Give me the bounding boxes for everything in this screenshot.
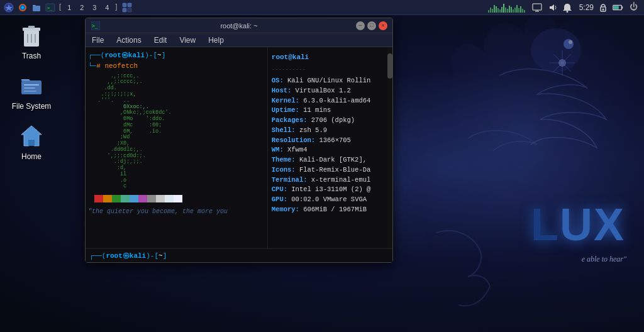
filesystem-label: File System [12, 102, 52, 111]
svg-point-11 [21, 6, 24, 9]
svg-line-6 [553, 54, 571, 72]
svg-rect-16 [128, 3, 131, 7]
filemanager-icon[interactable] [30, 1, 43, 14]
sysinfo-gpu: GPU: 00:02.0 VMware SVGA [272, 195, 389, 205]
sysinfo-icons: Icons: Flat-Remix-Blue-Da [272, 165, 389, 175]
window-maximize-button[interactable]: □ [367, 21, 376, 30]
svg-line-5 [553, 54, 571, 72]
sysinfo-host: Host: VirtualBox 1.2 [272, 86, 389, 96]
svg-rect-15 [123, 3, 126, 7]
svg-point-0 [531, 28, 581, 72]
terminal-taskbar-icon[interactable]: >_ [44, 1, 57, 14]
svg-point-22 [566, 11, 568, 13]
terminal-title-icon: >_ [91, 21, 101, 31]
notification-tray-icon[interactable] [562, 2, 573, 13]
menu-view[interactable]: View [177, 35, 198, 46]
clock[interactable]: 5:29 [579, 3, 594, 12]
kali-quote: e able to hear" [582, 255, 626, 264]
terminal-menubar: File Actions Edit View Help [86, 33, 392, 47]
filesystem-icon[interactable]: File System [6, 69, 57, 113]
svg-rect-19 [533, 4, 541, 10]
svg-rect-36 [24, 87, 35, 89]
svg-text:>_: >_ [47, 6, 53, 11]
lock-tray-icon[interactable] [597, 2, 609, 13]
desktop-icons-area: Trash File System [6, 19, 57, 163]
terminal-content[interactable]: ┌──(root㉿kali)-[~] └─# neofetch .,;:ccc,… [86, 47, 392, 248]
taskbar-left: >_ [ 1 2 3 4 ] [0, 1, 133, 14]
window-close-button[interactable]: ✕ [379, 21, 387, 30]
trash-label: Trash [22, 52, 41, 60]
svg-point-1 [564, 39, 574, 49]
color-block-7 [147, 195, 156, 202]
menu-actions[interactable]: Actions [114, 35, 143, 46]
trash-icon[interactable]: Trash [6, 19, 57, 63]
workspace-2[interactable]: 2 [76, 1, 87, 14]
window-minimize-button[interactable]: ─ [356, 21, 365, 30]
monitor-tray-icon[interactable] [531, 2, 543, 13]
desktop: L UX e able to hear" [0, 0, 644, 332]
terminal-titlebar: >_ root@kali: ~ ─ □ ✕ [86, 18, 392, 33]
color-block-5 [130, 195, 138, 202]
svg-point-7 [558, 59, 566, 67]
workspace-4[interactable]: 4 [101, 1, 113, 14]
prompt-line-cmd: └─# neofetch [88, 62, 265, 71]
sysinfo-memory: Memory: 606MiB / 1967MiB [272, 205, 389, 215]
svg-rect-37 [24, 91, 36, 92]
menu-edit[interactable]: Edit [152, 35, 170, 46]
sysinfo-resolution: Resolution: 1366×705 [272, 136, 389, 146]
sysinfo-uptime: Uptime: 11 mins [272, 106, 389, 116]
kali-linux-text-area: L UX [531, 199, 625, 250]
color-block-6 [138, 195, 147, 202]
svg-text:>_: >_ [92, 23, 98, 29]
sound-tray-icon[interactable] [547, 2, 558, 13]
svg-rect-30 [28, 26, 35, 28]
sysinfo-theme: Theme: Kali-Dark [GTK2], [272, 155, 389, 165]
trash-icon-image [18, 21, 45, 49]
kali-dragon-bg [374, 13, 644, 314]
color-block-9 [165, 195, 174, 202]
color-block-4 [121, 195, 130, 202]
terminal-window: >_ root@kali: ~ ─ □ ✕ File Actions Edit … [85, 18, 393, 263]
color-block-1 [94, 195, 103, 202]
window-controls: ─ □ ✕ [356, 21, 387, 30]
sysinfo-header: root@kali [272, 52, 389, 63]
workspace-switcher-icon[interactable] [121, 1, 133, 14]
power-tray-icon[interactable]: ⏻ [628, 2, 639, 13]
menu-help[interactable]: Help [206, 35, 226, 46]
workspace-bracket-left: [ [58, 3, 62, 12]
workspace-bracket-right: ] [114, 3, 118, 12]
taskbar-right: 5:29 ⏻ [488, 2, 644, 13]
terminal-right-panel: root@kali ---------- OS: Kali GNU/Linux … [267, 47, 392, 248]
svg-point-2 [569, 40, 572, 44]
sysinfo-separator: ---------- [272, 65, 389, 74]
menu-file[interactable]: File [89, 35, 106, 46]
svg-rect-26 [621, 6, 623, 9]
firefox-icon[interactable] [16, 1, 29, 14]
terminal-scrollbar[interactable] [387, 47, 392, 248]
svg-rect-27 [614, 6, 619, 9]
home-label: Home [21, 152, 42, 161]
home-icon-image [18, 122, 45, 150]
sysinfo-terminal: Terminal: x-terminal-emul [272, 175, 389, 185]
terminal-quote: "the quieter you become, the more you [88, 208, 265, 216]
svg-rect-38 [28, 140, 35, 146]
svg-point-24 [602, 8, 604, 10]
color-block-3 [112, 195, 121, 202]
prompt-line-1: ┌──(root㉿kali)-[~] [88, 51, 265, 60]
battery-tray-icon[interactable] [613, 2, 624, 13]
color-block-10 [174, 195, 182, 202]
workspace-1[interactable]: 1 [64, 1, 75, 14]
network-graph [488, 3, 525, 13]
sysinfo-cpu: CPU: Intel i3-3110M (2) @ [272, 185, 389, 195]
workspace-3[interactable]: 3 [89, 1, 100, 14]
terminal-bottom-prompt: ┌──(root㉿kali)-[~] [86, 248, 392, 262]
terminal-left-panel: ┌──(root㉿kali)-[~] └─# neofetch .,;:ccc,… [86, 47, 267, 248]
color-block-8 [156, 195, 165, 202]
svg-rect-35 [24, 84, 39, 86]
taskbar: >_ [ 1 2 3 4 ] [0, 0, 644, 15]
home-icon[interactable]: Home [6, 119, 57, 163]
sysinfo-packages: Packages: 2706 (dpkg) [272, 116, 389, 126]
terminal-title: root@kali: ~ [220, 22, 257, 30]
kali-menu-icon[interactable] [3, 1, 15, 14]
scrollbar-thumb[interactable] [387, 53, 392, 79]
